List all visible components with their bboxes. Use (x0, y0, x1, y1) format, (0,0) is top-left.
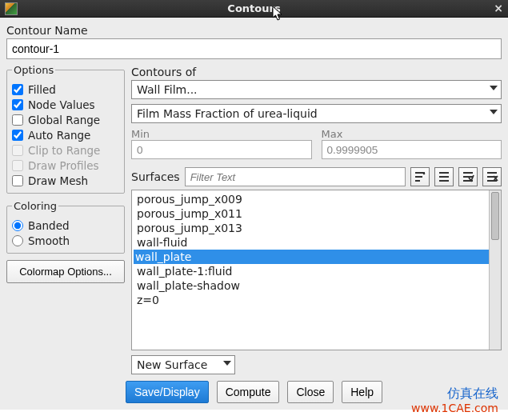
svg-rect-5 (439, 176, 449, 178)
list-item[interactable]: wall-fluid (135, 235, 486, 250)
list-item[interactable]: wall_plate-1:fluid (135, 264, 486, 278)
checkbox-global-range[interactable] (12, 114, 23, 126)
dialog-button-row: Save/Display Compute Close Help (6, 381, 502, 403)
min-label: Min (131, 128, 312, 140)
surfaces-listbox[interactable]: porous_jump_x009porous_jump_x011porous_j… (131, 190, 502, 350)
svg-rect-12 (487, 180, 497, 182)
svg-rect-7 (463, 172, 473, 174)
chevron-down-icon (490, 110, 498, 114)
help-button[interactable]: Help (342, 381, 382, 403)
contours-of-primary-select[interactable]: Wall Film... (131, 80, 502, 99)
close-button[interactable]: Close (287, 381, 334, 403)
surfaces-filter-input[interactable] (185, 167, 406, 186)
radio-smooth[interactable] (12, 235, 23, 246)
option-auto-range[interactable]: Auto Range (12, 129, 119, 142)
list-select-all-icon[interactable] (458, 167, 478, 186)
list-item[interactable]: wall_plate-shadow (135, 278, 486, 293)
list-item[interactable]: z=0 (135, 293, 486, 307)
new-surface-select[interactable]: New Surface (131, 355, 235, 374)
options-legend: Options (12, 64, 55, 76)
checkbox-node-values[interactable] (12, 99, 23, 110)
chevron-down-icon (223, 361, 231, 366)
contour-name-input[interactable] (6, 38, 502, 59)
scrollbar-thumb[interactable] (491, 192, 499, 240)
contour-name-label: Contour Name (6, 24, 502, 37)
max-label: Max (322, 128, 502, 140)
save-display-button[interactable]: Save/Display (126, 381, 209, 403)
option-clip-to-range: Clip to Range (12, 144, 119, 157)
listbox-scrollbar[interactable] (489, 190, 501, 350)
window-title: Contours (0, 2, 508, 14)
option-node-values[interactable]: Node Values (12, 98, 119, 111)
colormap-options-button[interactable]: Colormap Options... (6, 260, 125, 283)
list-item[interactable]: porous_jump_x013 (135, 221, 486, 235)
list-item[interactable]: porous_jump_x011 (135, 206, 486, 221)
coloring-group: Coloring Banded Smooth (6, 200, 125, 254)
min-input (131, 140, 312, 159)
coloring-legend: Coloring (12, 200, 58, 212)
svg-rect-10 (487, 172, 497, 174)
checkbox-draw-mesh[interactable] (12, 175, 23, 186)
window-titlebar: Contours × (0, 0, 508, 18)
svg-rect-6 (439, 180, 449, 182)
list-item[interactable]: porous_jump_x009 (135, 192, 486, 206)
coloring-banded[interactable]: Banded (12, 219, 119, 232)
svg-rect-1 (415, 176, 422, 178)
svg-rect-8 (463, 176, 473, 178)
list-filter-icon[interactable] (434, 167, 454, 186)
contours-of-label: Contours of (131, 66, 502, 78)
list-item[interactable]: wall_plate (134, 250, 489, 264)
checkbox-draw-profiles (12, 160, 23, 171)
dialog-body: Contour Name Options Filled Node Values … (0, 18, 508, 410)
svg-rect-4 (439, 172, 449, 174)
max-input (322, 140, 502, 159)
option-global-range[interactable]: Global Range (12, 114, 119, 126)
surfaces-label: Surfaces (131, 170, 180, 183)
option-draw-profiles: Draw Profiles (12, 159, 119, 172)
checkbox-filled[interactable] (12, 84, 23, 95)
checkbox-auto-range[interactable] (12, 130, 23, 141)
checkbox-clip-to-range (12, 145, 23, 156)
contours-of-secondary-select[interactable]: Film Mass Fraction of urea-liquid (131, 104, 502, 123)
list-sort-icon[interactable] (410, 167, 430, 186)
close-icon[interactable]: × (494, 2, 503, 14)
coloring-smooth[interactable]: Smooth (12, 234, 119, 247)
list-deselect-all-icon[interactable] (482, 167, 502, 186)
svg-point-3 (423, 173, 426, 175)
compute-button[interactable]: Compute (217, 381, 280, 403)
option-draw-mesh[interactable]: Draw Mesh (12, 174, 119, 187)
chevron-down-icon (490, 86, 498, 90)
radio-banded[interactable] (12, 220, 23, 231)
svg-rect-2 (415, 180, 420, 182)
option-filled[interactable]: Filled (12, 83, 119, 96)
options-group: Options Filled Node Values Global Range … (6, 64, 125, 194)
